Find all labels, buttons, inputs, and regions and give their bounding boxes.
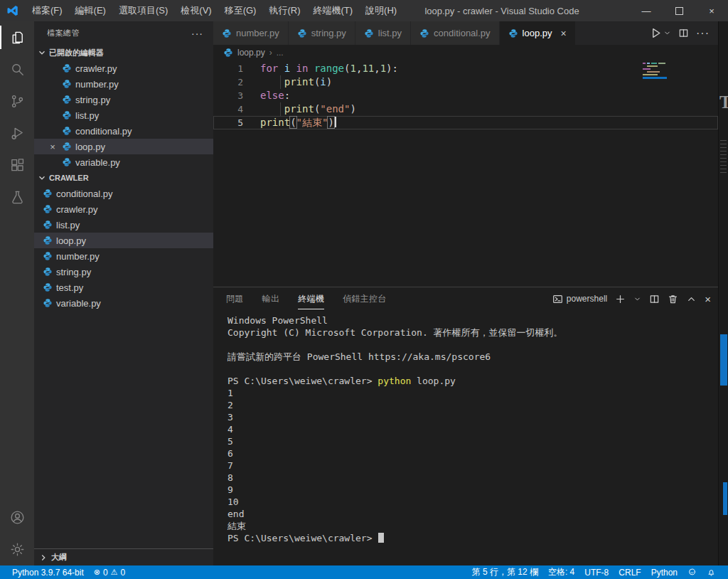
source-control-icon[interactable] <box>0 85 34 117</box>
minimize-icon[interactable]: — <box>630 0 663 21</box>
explorer-icon[interactable] <box>0 21 34 53</box>
tab-loop.py[interactable]: loop.py× <box>500 21 576 45</box>
panel-tab-問題[interactable]: 問題 <box>226 289 244 309</box>
search-icon[interactable] <box>0 53 34 85</box>
language-mode-status[interactable]: Python <box>646 565 682 579</box>
tab-string.py[interactable]: string.py <box>289 21 355 45</box>
sidebar-item-variable.py[interactable]: variable.py <box>34 295 213 311</box>
menu-run[interactable]: 執行(R) <box>263 2 306 19</box>
sidebar-item-conditional.py[interactable]: conditional.py <box>34 123 213 139</box>
python-file-icon <box>62 63 72 73</box>
indentation-status[interactable]: 空格: 4 <box>543 565 579 579</box>
new-terminal-icon[interactable] <box>615 294 626 304</box>
sidebar-item-test.py[interactable]: test.py <box>34 280 213 295</box>
menu-terminal[interactable]: 終端機(T) <box>307 2 358 19</box>
panel-tab-終端機[interactable]: 終端機 <box>298 289 324 309</box>
split-terminal-icon[interactable] <box>649 294 660 304</box>
sidebar-item-number.py[interactable]: number.py <box>34 76 213 92</box>
run-dropdown-chevron-icon[interactable] <box>663 29 671 37</box>
tab-label: list.py <box>378 28 402 38</box>
account-icon[interactable] <box>0 501 34 533</box>
sidebar-item-conditional.py[interactable]: conditional.py <box>34 186 213 201</box>
file-name: crawler.py <box>56 204 98 215</box>
sidebar-item-list.py[interactable]: list.py <box>34 107 213 123</box>
menu-selection[interactable]: 選取項目(S) <box>113 2 173 19</box>
line-content: print("end") <box>243 102 718 116</box>
outline-section[interactable]: 大綱 <box>34 548 213 565</box>
file-name: variable.py <box>75 157 120 168</box>
sidebar-item-loop.py[interactable]: loop.py <box>34 233 213 248</box>
panel-tab-偵錯主控台[interactable]: 偵錯主控台 <box>343 289 387 309</box>
file-name: variable.py <box>56 298 101 309</box>
python-file-icon <box>43 298 53 308</box>
terminal-dropdown-chevron-icon[interactable] <box>633 295 641 303</box>
run-python-file-icon[interactable] <box>650 27 662 39</box>
tab-label: conditional.py <box>434 28 491 38</box>
menu-help[interactable]: 說明(H) <box>360 2 402 19</box>
cursor-position-status[interactable]: 第 5 行，第 12 欄 <box>467 565 543 579</box>
breadcrumb[interactable]: loop.py › ... <box>213 45 718 60</box>
code-line[interactable]: 5print("結束") <box>213 116 718 129</box>
line-number: 2 <box>213 75 243 89</box>
split-editor-icon[interactable] <box>678 28 689 38</box>
sidebar-item-loop.py[interactable]: ×loop.py <box>34 139 213 154</box>
indent-guide <box>280 75 281 89</box>
close-icon[interactable]: × <box>695 0 728 21</box>
testing-icon[interactable] <box>0 181 34 213</box>
maximize-icon[interactable] <box>663 0 695 21</box>
encoding-status[interactable]: UTF-8 <box>579 565 614 579</box>
menu-file[interactable]: 檔案(F) <box>26 2 68 19</box>
breadcrumb-symbol[interactable]: ... <box>277 48 284 58</box>
line-number: 4 <box>213 102 243 116</box>
python-file-icon <box>43 220 53 230</box>
code-line[interactable]: 1for i in range(1,11,1): <box>213 62 718 75</box>
run-debug-icon[interactable] <box>0 117 34 149</box>
menu-edit[interactable]: 編輯(E) <box>70 2 112 19</box>
sidebar-item-list.py[interactable]: list.py <box>34 217 213 233</box>
editor-more-actions-icon[interactable]: ··· <box>696 27 710 40</box>
tab-list.py[interactable]: list.py <box>355 21 411 45</box>
sidebar-item-number.py[interactable]: number.py <box>34 248 213 264</box>
file-name: loop.py <box>75 142 105 152</box>
terminal-selector[interactable]: powershell <box>552 294 607 304</box>
eol-status[interactable]: CRLF <box>614 565 646 579</box>
line-content: print(i) <box>243 75 718 89</box>
file-name: loop.py <box>56 235 86 246</box>
terminal-line: 7 <box>228 460 718 472</box>
code-editor[interactable]: 1for i in range(1,11,1):2 print(i)3else:… <box>213 60 718 287</box>
close-panel-icon[interactable]: × <box>705 293 711 305</box>
sidebar-item-variable.py[interactable]: variable.py <box>34 154 213 170</box>
menu-view[interactable]: 檢視(V) <box>175 2 217 19</box>
extensions-icon[interactable] <box>0 149 34 181</box>
close-icon[interactable]: × <box>561 28 567 39</box>
open-editors-header[interactable]: 已開啟的編輯器 <box>34 45 213 60</box>
code-line[interactable]: 3else: <box>213 89 718 102</box>
feedback-icon[interactable] <box>682 565 702 579</box>
tab-conditional.py[interactable]: conditional.py <box>411 21 500 45</box>
sidebar-item-string.py[interactable]: string.py <box>34 264 213 280</box>
sidebar-more-icon[interactable]: ··· <box>188 28 206 39</box>
terminal-line: 1 <box>228 387 718 399</box>
code-line[interactable]: 4 print("end") <box>213 102 718 116</box>
terminal-output[interactable]: Windows PowerShellCopyright (C) Microsof… <box>213 310 718 565</box>
folder-header[interactable]: CRAWLER <box>34 170 213 186</box>
tab-number.py[interactable]: number.py <box>213 21 289 45</box>
sidebar-item-string.py[interactable]: string.py <box>34 92 213 107</box>
problems-status[interactable]: ⊗ 0 ⚠ 0 <box>89 565 130 579</box>
breadcrumb-file[interactable]: loop.py <box>237 48 265 58</box>
menu-go[interactable]: 移至(G) <box>219 2 262 19</box>
terminal-line: 結束 <box>228 520 718 532</box>
notifications-bell-icon[interactable] <box>702 565 721 579</box>
code-line[interactable]: 2 print(i) <box>213 75 718 89</box>
sidebar-item-crawler.py[interactable]: crawler.py <box>34 60 213 76</box>
kill-terminal-trash-icon[interactable] <box>668 294 678 304</box>
sidebar-item-crawler.py[interactable]: crawler.py <box>34 201 213 217</box>
panel-tab-輸出[interactable]: 輸出 <box>262 289 280 309</box>
python-interpreter-status[interactable]: Python 3.9.7 64-bit <box>7 565 89 579</box>
warning-icon: ⚠ <box>111 568 118 577</box>
close-icon[interactable]: × <box>47 142 58 152</box>
terminal-line: 5 <box>228 435 718 447</box>
maximize-panel-chevron-icon[interactable] <box>686 294 697 304</box>
settings-gear-icon[interactable] <box>0 533 34 565</box>
window-title: loop.py - crawler - Visual Studio Code <box>402 6 630 16</box>
